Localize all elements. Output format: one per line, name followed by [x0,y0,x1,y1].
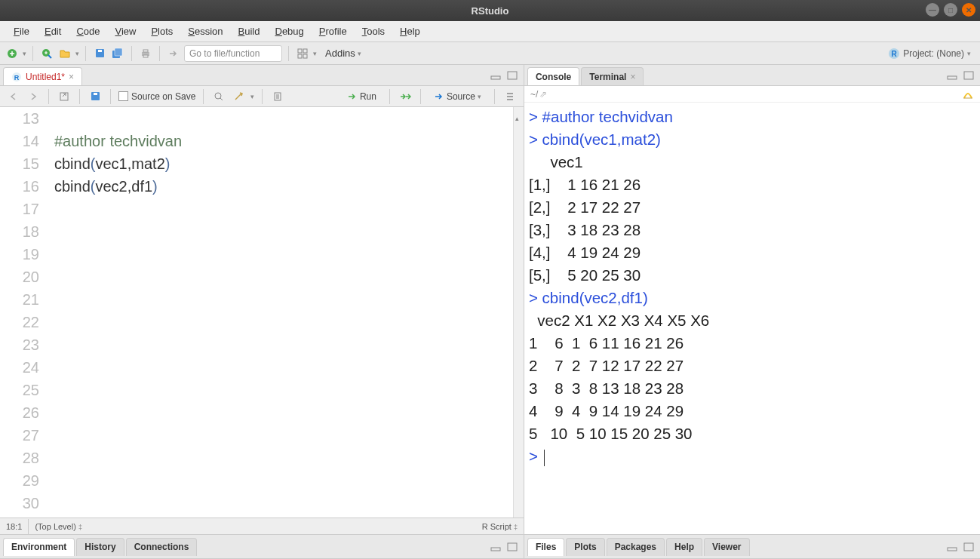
tab-console[interactable]: Console [527,67,579,85]
clear-console-icon[interactable] [960,87,975,102]
source-toolbar: Source on Save ▾ Run [0,86,524,107]
source-pane: R Untitled1* × Source on [0,65,524,534]
svg-rect-26 [948,76,957,79]
source-button[interactable]: Source ▾ [429,89,487,104]
checkbox-icon [118,91,128,101]
environment-pane: Environment History Connections [0,534,524,559]
window-minimize-button[interactable]: — [926,3,939,17]
tab-viewer[interactable]: Viewer [704,538,749,556]
addins-dropdown[interactable]: Addins ▾ [320,45,367,61]
main-toolbar: ▾ ▾ Go to file/function ▾ Addins ▾ R Pro… [0,42,980,65]
source-arrow-icon [434,92,444,101]
minimize-files-pane-icon[interactable] [945,539,960,554]
menu-profile[interactable]: Profile [313,24,353,38]
r-project-icon: R [888,48,900,60]
svg-rect-25 [508,543,517,551]
maximize-env-pane-icon[interactable] [505,539,521,554]
back-icon[interactable] [6,89,21,104]
window-titlebar: RStudio — □ ✕ [0,0,980,21]
svg-rect-24 [491,548,500,551]
print-icon[interactable] [138,46,153,61]
menu-tools[interactable]: Tools [356,24,391,38]
rerun-icon[interactable] [398,89,413,104]
source-tabstrip: R Untitled1* × [0,65,524,86]
console-pane: Console Terminal × ~/ ⇗ > #author techvi… [524,65,980,534]
svg-rect-18 [508,72,517,79]
console-path-expand-icon[interactable]: ⇗ [539,89,547,100]
cursor-position: 18:1 [6,522,22,531]
menu-session[interactable]: Session [182,24,229,38]
svg-rect-5 [115,48,122,56]
menubar: File Edit Code View Plots Session Build … [0,21,980,42]
outline-icon[interactable] [502,89,518,104]
tab-environment[interactable]: Environment [3,538,75,556]
source-tab-untitled1[interactable]: R Untitled1* × [3,67,82,85]
save-icon[interactable] [92,46,107,61]
new-project-icon[interactable] [39,46,54,61]
svg-text:R: R [892,50,898,58]
window-close-button[interactable]: ✕ [962,3,975,17]
minimize-env-pane-icon[interactable] [489,539,504,554]
close-terminal-icon[interactable]: × [630,72,635,82]
files-pane: Files Plots Packages Help Viewer [524,534,980,559]
svg-text:R: R [14,74,20,81]
scrollbar[interactable]: ▴ [513,107,524,518]
goto-file-function-input[interactable]: Go to file/function [184,45,282,62]
svg-rect-21 [94,93,97,95]
svg-rect-17 [491,76,500,79]
tab-plots[interactable]: Plots [566,538,604,556]
menu-build[interactable]: Build [232,24,266,38]
code-tools-icon[interactable] [231,89,246,104]
r-file-icon: R [11,72,22,82]
menu-help[interactable]: Help [394,24,426,38]
save-all-icon[interactable] [110,46,125,61]
svg-rect-7 [143,50,148,52]
tab-connections[interactable]: Connections [126,538,198,556]
open-file-icon[interactable] [57,46,72,61]
tab-help[interactable]: Help [666,538,702,556]
maximize-files-pane-icon[interactable] [962,539,977,554]
minimize-pane-icon[interactable] [489,68,504,83]
maximize-console-pane-icon[interactable] [962,68,977,83]
maximize-pane-icon[interactable] [505,68,521,83]
save-source-icon[interactable] [88,89,103,104]
menu-file[interactable]: File [8,24,35,38]
tab-packages[interactable]: Packages [607,538,665,556]
menu-edit[interactable]: Edit [38,24,67,38]
run-arrow-icon [347,92,358,101]
tab-terminal[interactable]: Terminal × [581,67,644,85]
grid-icon[interactable] [295,46,310,61]
menu-view[interactable]: View [109,24,142,38]
menu-plots[interactable]: Plots [145,24,179,38]
window-maximize-button[interactable]: □ [944,3,957,17]
forward-icon[interactable] [26,89,41,104]
code-area[interactable]: #author techvidvancbind(vec1,mat2)cbind(… [47,107,524,518]
menu-debug[interactable]: Debug [269,24,310,38]
language-selector[interactable]: R Script ‡ [482,522,518,531]
svg-rect-29 [964,543,973,551]
run-button[interactable]: Run [342,89,382,104]
svg-rect-12 [303,54,307,58]
compile-report-icon[interactable] [270,89,285,104]
goto-arrow-icon[interactable] [166,46,181,61]
svg-rect-9 [298,49,302,53]
show-in-new-window-icon[interactable] [57,89,72,104]
find-replace-icon[interactable] [211,89,226,104]
minimize-console-pane-icon[interactable] [945,68,960,83]
scope-selector[interactable]: (Top Level) ‡ [35,522,82,531]
tab-history[interactable]: History [76,538,124,556]
svg-rect-11 [298,54,302,58]
new-file-icon[interactable] [5,46,20,61]
svg-rect-10 [303,49,307,53]
project-selector[interactable]: R Project: (None) ▾ [888,48,975,60]
svg-rect-8 [143,55,148,57]
source-on-save-toggle[interactable]: Source on Save [118,91,195,102]
tab-files[interactable]: Files [527,538,564,556]
console-path-bar: ~/ ⇗ [524,86,980,103]
menu-code[interactable]: Code [70,24,106,38]
console-tabstrip: Console Terminal × [524,65,980,86]
console-output[interactable]: > #author techvidvan> cbind(vec1,mat2) v… [524,103,980,534]
close-tab-icon[interactable]: × [69,72,74,82]
source-editor[interactable]: 13141516171819202122232425262728293031 #… [0,107,524,518]
source-statusbar: 18:1 (Top Level) ‡ R Script ‡ [0,518,524,534]
